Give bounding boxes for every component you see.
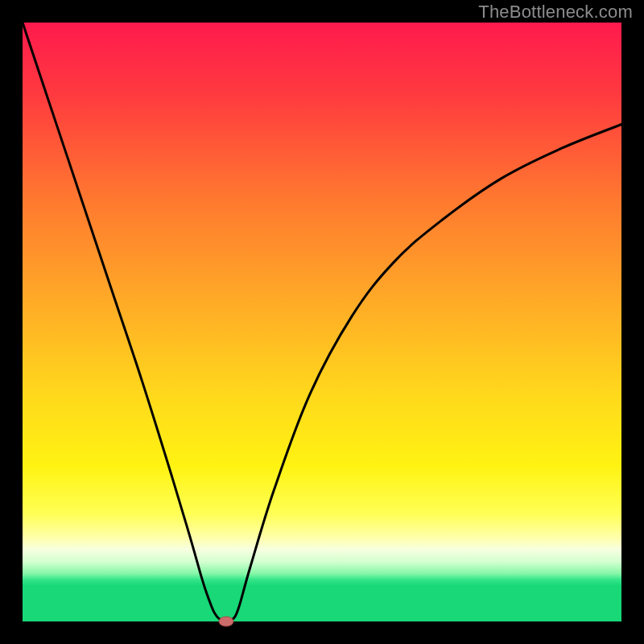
chart-svg bbox=[0, 0, 644, 644]
plot-background bbox=[23, 23, 621, 621]
optimal-point-marker bbox=[219, 617, 233, 626]
watermark-text: TheBottleneck.com bbox=[478, 2, 633, 23]
chart-container: TheBottleneck.com bbox=[0, 0, 644, 644]
